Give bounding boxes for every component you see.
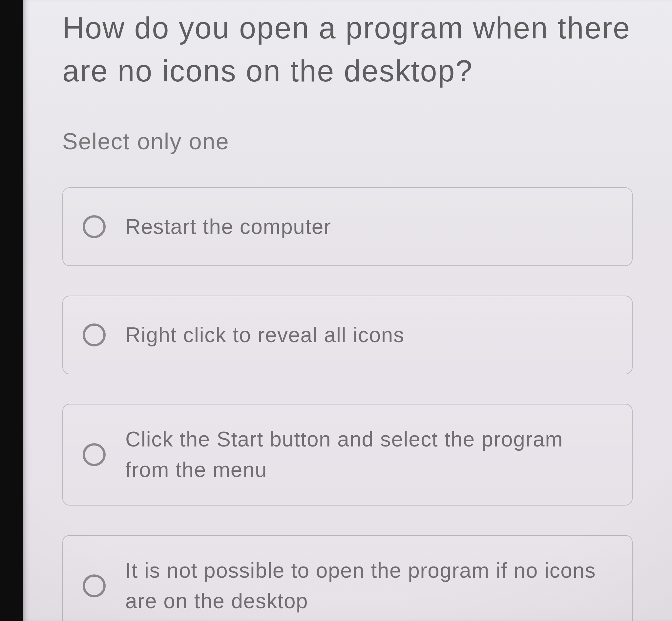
radio-icon [83,574,106,597]
option-label: Click the Start button and select the pr… [125,424,612,485]
option-label: It is not possible to open the program i… [125,555,612,616]
option-4[interactable]: It is not possible to open the program i… [62,535,633,621]
question-text: How do you open a program when there are… [62,0,633,92]
radio-icon [83,443,106,466]
screen: How do you open a program when there are… [0,0,672,621]
option-label: Restart the computer [125,212,331,242]
option-2[interactable]: Right click to reveal all icons [62,296,633,374]
option-label: Right click to reveal all icons [125,320,404,350]
question-panel: How do you open a program when there are… [23,0,672,621]
radio-icon [83,324,106,346]
option-3[interactable]: Click the Start button and select the pr… [62,404,633,505]
option-1[interactable]: Restart the computer [62,187,633,266]
instruction-text: Select only one [62,128,633,155]
options-list: Restart the computer Right click to reve… [62,187,633,621]
radio-icon [83,215,106,238]
